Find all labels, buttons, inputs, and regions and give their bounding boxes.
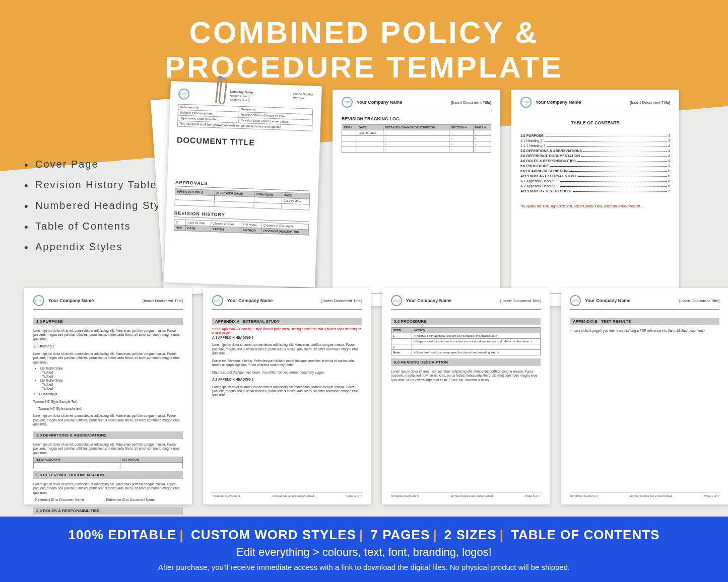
feature-item: Appendix Styles <box>24 241 176 253</box>
footer-note: After purchase, you'll receive immediate… <box>158 563 570 571</box>
logo-icon: LOGO <box>520 97 532 108</box>
title-line-2: PROCEDURE TEMPLATE <box>0 50 728 85</box>
procedure-table: STEPACTION 1<Indicate each step/task req… <box>391 327 541 355</box>
footer-features: 100% EDITABLE| CUSTOM WORD STYLES| 7 PAG… <box>69 527 660 543</box>
includes-heading: Includes: <box>20 113 130 146</box>
definitions-table: TERM/ACRONYMDEFINITION <box>33 457 183 468</box>
title-line-1: COMBINED POLICY & <box>189 16 539 49</box>
page-toc: LOGOYour Company Name [Insert Document T… <box>511 90 679 306</box>
feature-item: Table of Contents <box>24 221 176 232</box>
feature-list: Cover Page Revision History Table Number… <box>24 159 176 262</box>
logo-icon: LOGO <box>178 88 190 100</box>
page-revision-log: LOGOYour Company Name [Insert Document T… <box>333 90 500 306</box>
revision-log-table: REV #DATEDETAILED CHANGE DESCRIPTIONSECT… <box>342 124 491 153</box>
logo-icon: LOGO <box>570 295 581 306</box>
footer-banner: 100% EDITABLE| CUSTOM WORD STYLES| 7 PAG… <box>0 517 728 582</box>
page-appendix-a: LOGOYour Company Name [Insert Document T… <box>203 288 371 504</box>
cover-meta-table: Document No:Revision #: Division: Choose… <box>177 104 313 131</box>
page-appendix-b: LOGOYour Company Name [Insert Document T… <box>561 288 728 504</box>
toc-lines: 1.0 PURPOSE4 1.1 Heading 24 1.1.1 Headin… <box>520 132 670 194</box>
bottom-page-row: LOGOYour Company Name [Insert Document T… <box>24 288 728 504</box>
approvals-table: APPROVER ROLEAPPROVER NAMESIGNATUREDATE … <box>174 189 310 210</box>
company-address: Company Name Address Line 1 Address Line… <box>230 90 253 103</box>
toc-update-note: *To update the TOC, right-click on it, s… <box>520 204 670 208</box>
feature-item: Numbered Heading Styles <box>24 200 176 211</box>
logo-icon: LOGO <box>342 97 353 108</box>
revision-log-title: REVISION TRACKING LOG <box>342 116 491 121</box>
document-title: DOCUMENT TITLE <box>177 136 312 150</box>
main-title: COMBINED POLICY & PROCEDURE TEMPLATE <box>0 15 728 85</box>
cover-page: LOGO Company Name Address Line 1 Address… <box>164 81 322 287</box>
feature-item: Cover Page <box>24 159 176 170</box>
feature-item: Revision History Table <box>24 179 176 191</box>
bullet-list: List Bullet Style TabbedTabbed List Bull… <box>40 366 183 391</box>
logo-icon: LOGO <box>212 295 223 306</box>
logo-icon: LOGO <box>391 295 402 306</box>
paperclip-icon <box>209 74 233 112</box>
company-contact: Phone Number Website <box>293 92 314 101</box>
page-procedure: LOGOYour Company Name [Insert Document T… <box>382 288 550 504</box>
footer-subtitle: Edit everything > colours, text, font, b… <box>236 546 492 559</box>
page-purpose: LOGOYour Company Name [Insert Document T… <box>24 288 192 504</box>
cover-page-stack: LOGO Company Name Address Line 1 Address… <box>162 84 323 295</box>
top-page-row: LOGOYour Company Name [Insert Document T… <box>333 90 679 306</box>
toc-title: TABLE OF CONTENTS <box>520 120 670 125</box>
revision-history-table: 0Click for dateChoose an item.Full NameC… <box>174 220 309 236</box>
logo-icon: LOGO <box>33 295 44 306</box>
